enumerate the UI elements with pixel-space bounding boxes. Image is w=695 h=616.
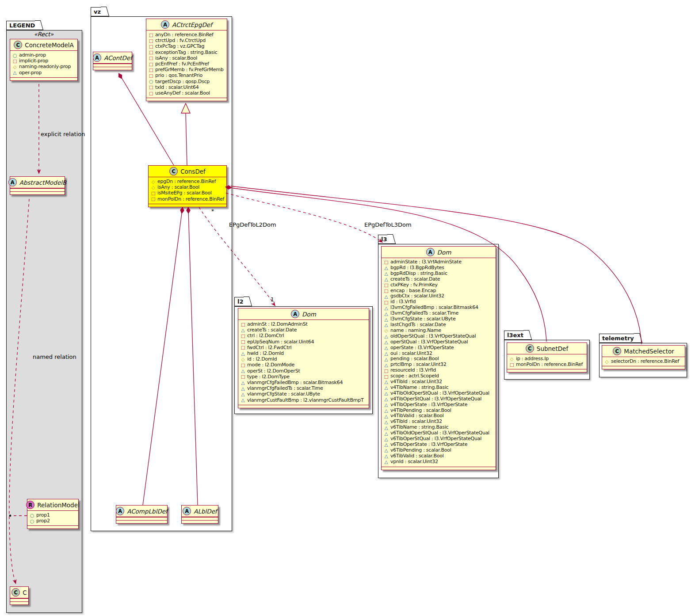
triangle-glyph-icon — [383, 397, 389, 401]
methods-compartment — [10, 191, 65, 194]
attribute-row: createTs : scalar.Date — [383, 277, 493, 282]
attribute-text: exceptionTag : string.Basic — [155, 49, 218, 55]
class-spot-icon: A — [291, 310, 299, 318]
class-header: A AbstractModelB — [10, 177, 65, 188]
attribute-row: ctrl : l2.DomCtrl — [240, 333, 367, 338]
triangle-glyph-icon — [240, 369, 246, 373]
attribute-text: vlanmgrCustFaultBmp : l2.vlanmgrCustFaul… — [247, 397, 363, 403]
attribute-row: prop2 — [29, 518, 76, 524]
class-spot-icon: A — [183, 507, 191, 515]
class-relationmodel: R RelationModel prop1prop2 — [27, 499, 79, 529]
attribute-row: prio : qos.TenantPrio — [148, 72, 225, 78]
square-glyph-icon — [383, 289, 389, 293]
attribute-text: adminState : l3.VrfAdminState — [390, 259, 462, 265]
named-relation-label: named relation — [33, 354, 76, 360]
class-name: MatchedSelector — [624, 348, 674, 355]
class-name: RelationModel — [37, 502, 80, 509]
methods-compartment — [149, 204, 226, 207]
class-l3-dom: A Dom adminState : l3.VrfAdminStatebgpRd… — [381, 246, 496, 470]
attribute-row: bgpRdDisp : string.Basic — [383, 271, 493, 277]
methods-compartment — [116, 520, 167, 523]
class-header: A AContDef — [93, 52, 132, 64]
attribute-text: anyDn : reference.BinRef — [155, 32, 214, 38]
square-glyph-icon — [240, 322, 246, 327]
legend-stereotype-label: «Rect» — [6, 31, 81, 38]
class-header: C SubnetDef — [507, 343, 587, 354]
attribute-text: operSt : l2.DomOperSt — [247, 368, 300, 374]
triangle-glyph-icon — [383, 454, 389, 458]
attribute-text: useAnyDef : scalar.Bool — [155, 90, 210, 96]
attribute-row: pcEnfPref : fv.PcEnfPref — [148, 61, 225, 67]
attribute-text: prop2 — [36, 518, 50, 524]
circle-glyph-icon — [29, 519, 35, 523]
triangle-glyph-icon — [383, 431, 389, 436]
square-glyph-icon — [148, 73, 154, 78]
attribute-row: vpnId : scalar.Uint32 — [383, 459, 493, 465]
attribute-row: ctxPcTag : vz.GPCTag — [148, 43, 225, 49]
attribute-row: monPolDn : reference.BinRef — [150, 196, 224, 202]
methods-compartment — [507, 369, 587, 372]
triangle-glyph-icon — [383, 357, 389, 361]
attribute-text: prio : qos.TenantPrio — [155, 72, 202, 78]
uml-class-diagram: LEGEND vz l2 l3 l3ext telemetry — [0, 0, 695, 616]
triangle-glyph-icon — [383, 271, 389, 276]
attribute-row: vlanmgrCustFaultBmp : l2.vlanmgrCustFaul… — [240, 397, 367, 403]
package-telemetry-tab: telemetry — [599, 334, 638, 343]
attribute-text: mode : l2.DomMode — [247, 362, 294, 368]
attributes-compartment: adminSt : l2.DomAdminStcreateTs : scalar… — [238, 320, 369, 405]
attribute-row: selectorDn : reference.BinRef — [604, 358, 683, 364]
triangle-glyph-icon — [383, 408, 389, 413]
triangle-glyph-icon — [383, 442, 389, 447]
attribute-row: v4TibName : string.Basic — [383, 385, 493, 391]
attributes-compartment: adminState : l3.VrfAdminStatebgpRd : l3.… — [382, 258, 496, 467]
methods-compartment — [602, 366, 685, 369]
triangle-glyph-icon — [383, 277, 389, 281]
attribute-row: vlanmgrCfgFailedTs : scalar.Time — [240, 385, 367, 391]
class-subnetdef: C SubnetDef ip : address.IpmonPolDn : re… — [507, 342, 587, 373]
class-spot-icon: A — [161, 20, 169, 29]
attribute-row: type : l2.DomType — [240, 374, 367, 380]
class-header: C C — [10, 587, 28, 598]
attribute-text: v4TibOperState : l3.VrfOperState — [390, 402, 467, 408]
attributes-compartment — [116, 517, 167, 520]
class-header: A ACtrctEpgDef — [146, 19, 227, 30]
package-vz-tab: vz — [91, 7, 105, 16]
attribute-row: bgpRd : l3.BgpRdBytes — [383, 265, 493, 271]
attribute-text: vlanmgrCfgState : scalar.UByte — [247, 391, 320, 397]
attribute-text: targetDscp : qosp.Dscp — [155, 79, 210, 84]
attribute-text: oldOperStQual : l3.VrfOperStateQual — [390, 334, 476, 339]
triangle-glyph-icon — [383, 351, 389, 356]
attribute-text: txId : scalar.Uint64 — [155, 84, 199, 90]
attribute-text: vlanmgrCfgFailedTs : scalar.Time — [247, 385, 323, 391]
attribute-text: v6TibValid : scalar.Bool — [390, 453, 444, 459]
square-glyph-icon — [240, 363, 246, 367]
class-actrctepgdef: A ACtrctEpgDef anyDn : reference.BinRefc… — [146, 19, 227, 101]
attribute-row: fwdCtrl : l2.FwdCtrl — [240, 345, 367, 350]
square-glyph-icon — [383, 369, 389, 373]
multiplicity-many-label: * — [211, 208, 214, 214]
attributes-compartment — [10, 598, 28, 601]
class-header: A Dom — [238, 308, 369, 320]
attributes-compartment — [93, 64, 132, 67]
attribute-text: monPolDn : reference.BinRef — [157, 196, 224, 202]
attribute-row: targetDscp : qosp.Dscp — [148, 79, 225, 84]
methods-compartment — [146, 98, 227, 101]
methods-compartment — [27, 525, 78, 529]
attribute-text: naming-readonly-prop — [19, 64, 71, 69]
attribute-row: lastChgdTs : scalar.Date — [383, 322, 493, 328]
attribute-row: operState : l3.VrfOperState — [383, 345, 493, 351]
attribute-row: oldOperStQual : l3.VrfOperStateQual — [383, 334, 493, 339]
triangle-glyph-icon — [383, 391, 389, 395]
square-glyph-icon — [240, 374, 246, 379]
class-concretemodela: C ConcreteModelA admin-propimplicit-prop… — [10, 39, 78, 81]
class-spot-icon: A — [116, 507, 124, 515]
attribute-text: createTs : scalar.Date — [247, 327, 297, 333]
attribute-text: v6TibPending : scalar.Bool — [390, 448, 451, 453]
triangle-glyph-icon — [240, 386, 246, 391]
diamond-glyph-icon — [604, 359, 610, 364]
attributes-compartment: selectorDn : reference.BinRef — [602, 357, 685, 366]
explicit-relation-label: explicit relation — [41, 131, 85, 137]
attribute-row: naming-readonly-prop — [12, 64, 75, 69]
triangle-glyph-icon — [383, 312, 389, 316]
attribute-row: ctxPKey : fv.PrimKey — [383, 282, 493, 288]
